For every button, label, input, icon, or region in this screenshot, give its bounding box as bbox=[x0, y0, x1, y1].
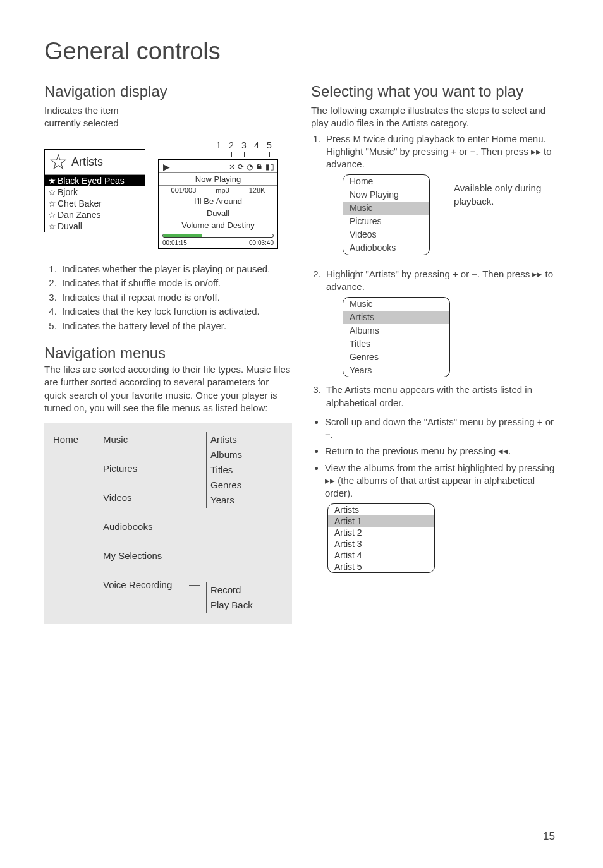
indicates-caption: Indicates the item currently selected bbox=[44, 104, 152, 130]
menu-row: Artist 5 bbox=[328, 561, 434, 572]
step-3: The Artists menu appears with the artist… bbox=[324, 383, 559, 409]
tree-item: Play Back bbox=[210, 598, 276, 613]
tree-item: Genres bbox=[210, 478, 276, 493]
menu-row: Albums bbox=[343, 324, 449, 337]
list-item[interactable]: ★Black Eyed Peas bbox=[45, 175, 145, 186]
tick-baseline bbox=[216, 157, 274, 157]
menu-row-highlighted[interactable]: Artist 1 bbox=[328, 515, 434, 527]
left-column: Navigation display Indicates the item cu… bbox=[44, 83, 292, 624]
np-time-row: 00:01:15 00:03:40 bbox=[159, 239, 277, 248]
legend-list: Indicates whether the player is playing … bbox=[47, 263, 292, 332]
menu-row: Videos bbox=[343, 228, 429, 241]
star-filled-icon: ★ bbox=[47, 176, 56, 186]
now-playing-box: ▶ ⤮ ⟳ ◔ 🔒︎ ▮▯ Now Playing 001/003 mp3 12… bbox=[158, 159, 278, 249]
step-1-text: Press M twice during playback to enter H… bbox=[326, 133, 552, 170]
legend-item: Indicates that if repeat mode is on/off. bbox=[59, 291, 292, 304]
menu-row: Home bbox=[343, 175, 429, 188]
np-section-title: Now Playing bbox=[159, 172, 277, 186]
np-album: Volume and Destiny bbox=[159, 219, 277, 231]
tree-item: Videos bbox=[103, 490, 206, 505]
right-column: Selecting what you want to play The foll… bbox=[311, 83, 559, 624]
step-3-text: The Artists menu appears with the artist… bbox=[326, 384, 532, 407]
home-menu-with-note: Home Now Playing Music Pictures Videos A… bbox=[326, 171, 559, 261]
selecting-intro: The following example illustrates the st… bbox=[311, 104, 559, 130]
star-outline-icon: ☆ bbox=[47, 210, 56, 220]
lock-icon: 🔒︎ bbox=[255, 162, 263, 171]
tick-mark bbox=[231, 152, 232, 157]
leader-line bbox=[133, 129, 133, 150]
artist-name: Duvall bbox=[58, 221, 82, 231]
bullet-item: Scroll up and down the "Artists" menu by… bbox=[325, 416, 559, 442]
star-outline-icon: ☆ bbox=[47, 187, 56, 197]
np-song-title: I'll Be Around bbox=[159, 195, 277, 207]
selecting-heading: Selecting what you want to play bbox=[311, 83, 559, 100]
menu-row: Genres bbox=[343, 351, 449, 364]
menu-row: Artist 3 bbox=[328, 538, 434, 550]
tree-item: Albums bbox=[210, 447, 276, 462]
tree-item: My Selections bbox=[103, 548, 206, 564]
menu-row: Artist 4 bbox=[328, 550, 434, 561]
time-total: 00:03:40 bbox=[249, 239, 274, 246]
bullet-item: View the albums from the artist highligh… bbox=[325, 462, 559, 500]
tree-col-2: Music Pictures Videos Audiobooks My Sele… bbox=[99, 432, 206, 613]
play-icon: ▶ bbox=[163, 162, 170, 172]
nav-display-row: ☆ Artists ★Black Eyed Peas ☆Bjork ☆Chet … bbox=[44, 136, 292, 249]
tick-mark bbox=[244, 152, 245, 157]
menu-row: Music bbox=[343, 298, 449, 311]
steps-list: Press M twice during playback to enter H… bbox=[311, 133, 559, 409]
star-icon: ☆ bbox=[49, 154, 68, 171]
codec-label: mp3 bbox=[216, 186, 229, 194]
marker-num: 2 bbox=[229, 140, 234, 150]
menu-row: Now Playing bbox=[343, 188, 429, 202]
clock-icon: ◔ bbox=[247, 162, 253, 171]
page-number: 15 bbox=[543, 830, 555, 843]
tree-item: Music bbox=[103, 432, 206, 447]
artist-name: Black Eyed Peas bbox=[58, 176, 125, 186]
list-item[interactable]: ☆Dan Zanes bbox=[45, 209, 145, 220]
artists-menu-box: Artists Artist 1 Artist 2 Artist 3 Artis… bbox=[327, 503, 435, 573]
tree-col-3: Artists Albums Titles Genres Years Recor… bbox=[206, 432, 276, 613]
track-index: 001/003 bbox=[171, 186, 197, 194]
list-item[interactable]: ☆Chet Baker bbox=[45, 198, 145, 209]
legend-item: Indicates whether the player is playing … bbox=[59, 263, 292, 275]
tree-item: Audiobooks bbox=[103, 519, 206, 534]
marker-num: 1 bbox=[216, 140, 221, 150]
marker-num: 5 bbox=[267, 140, 272, 150]
nav-menus-heading: Navigation menus bbox=[44, 344, 292, 362]
star-outline-icon: ☆ bbox=[47, 221, 56, 231]
bitrate-label: 128K bbox=[249, 186, 265, 194]
np-meta-row: 001/003 mp3 128K bbox=[159, 186, 277, 195]
artists-header: ☆ Artists bbox=[45, 150, 145, 175]
list-item[interactable]: ☆Bjork bbox=[45, 186, 145, 198]
marker-row: 1 2 3 4 5 bbox=[158, 140, 278, 159]
np-status-icons: ▶ ⤮ ⟳ ◔ 🔒︎ ▮▯ bbox=[159, 160, 277, 172]
bullet-item: Return to the previous menu by pressing … bbox=[325, 445, 559, 457]
legend-item: Indicates the battery level of the playe… bbox=[59, 320, 292, 332]
menu-row: Titles bbox=[343, 337, 449, 351]
two-column-layout: Navigation display Indicates the item cu… bbox=[44, 83, 559, 624]
marker-num: 3 bbox=[241, 140, 247, 150]
list-item[interactable]: ☆Duvall bbox=[45, 220, 145, 232]
nav-menus-paragraph: The files are sorted according to their … bbox=[44, 363, 292, 414]
tree-item: Record bbox=[210, 582, 276, 598]
step-1: Press M twice during playback to enter H… bbox=[324, 133, 559, 262]
repeat-icon: ⟳ bbox=[238, 162, 244, 171]
progress-bar[interactable] bbox=[162, 234, 274, 238]
artists-list: ★Black Eyed Peas ☆Bjork ☆Chet Baker ☆Dan… bbox=[45, 175, 145, 232]
tree-item: Voice Recording bbox=[103, 577, 206, 593]
nav-display-heading: Navigation display bbox=[44, 83, 292, 100]
artist-name: Dan Zanes bbox=[58, 210, 100, 220]
artist-name: Chet Baker bbox=[58, 198, 102, 208]
tree-col-1: Home bbox=[53, 432, 99, 613]
menu-row-highlighted[interactable]: Music bbox=[343, 202, 429, 215]
menu-row-highlighted[interactable]: Artists bbox=[343, 311, 449, 324]
now-playing-wrap: 1 2 3 4 5 ▶ ⤮ ⟳ ◔ bbox=[158, 140, 278, 249]
callout-line bbox=[435, 190, 449, 190]
menu-row: Artists bbox=[328, 504, 434, 515]
star-outline-icon: ☆ bbox=[47, 198, 56, 208]
tick-mark bbox=[269, 152, 270, 157]
menu-row: Artist 2 bbox=[328, 527, 434, 538]
tree-item: Years bbox=[210, 493, 276, 508]
marker-num: 4 bbox=[254, 140, 259, 150]
tick-mark bbox=[219, 152, 219, 157]
